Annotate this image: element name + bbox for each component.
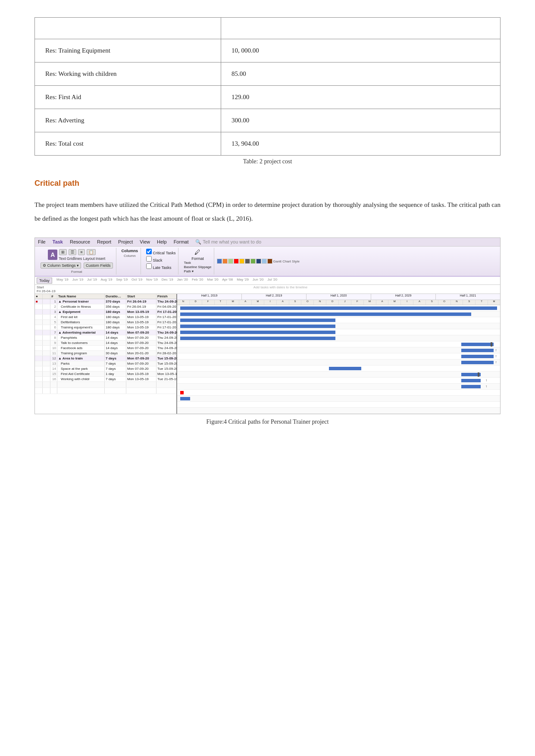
menu-task[interactable]: Task [51,239,64,245]
gantt-month-header: N D F T M A M I A S O N D J F M A M I A [177,300,500,305]
task-row-12: 12 ▲ Area to train 7 days Mon 07-09-20 T… [35,356,176,361]
row-duration: 180 days [105,325,126,330]
swatch-lime [250,259,256,264]
swatch-dark [245,259,250,264]
row-start: Fri 26-04-19 [126,299,156,304]
menu-tell-me[interactable]: 🔍 Tell me what you want to do [194,239,263,245]
menu-view[interactable]: View [138,239,151,245]
ribbon-btn-grid[interactable]: ⊞ [59,249,67,255]
task-table-header: ● # Task Name Duratio… Start Finish [35,294,176,299]
swatch-orange [222,259,228,264]
task-row-16: 16 Working with childr 7 days Mon 13-05-… [35,377,176,382]
ms-menu-bar[interactable]: File Task Resource Report Project View H… [35,238,500,247]
month-s3: S [463,300,476,305]
ms-start-label-bar: StartFri 26-04-19 Add tasks with dates t… [35,285,500,294]
month-t: T [215,300,227,305]
row-start: Mon 20-01-20 [126,351,156,356]
month-j: J [339,300,351,305]
month-n: N [177,300,190,305]
row-duration: 14 days [105,330,126,335]
row-duration: 1 day [105,372,126,376]
slack-checkbox[interactable]: Slack [146,256,175,262]
cost-value-5: 13, 904.00 [221,132,501,156]
half1-2021: Half 1, 2021 [436,294,500,300]
menu-resource[interactable]: Resource [69,239,91,245]
today-button[interactable]: Today [37,278,52,284]
gantt-bar-5 [180,331,335,334]
month-a2: A [277,300,289,305]
menu-report[interactable]: Report [96,239,113,245]
task-row-2: 2 Certificate in fitness 356 days Fri 26… [35,304,176,309]
cost-value-2: 85.00 [221,62,501,86]
menu-help[interactable]: Help [156,239,168,245]
row-indicator [35,304,43,309]
cost-table-wrapper: Res: Training Equipment 10, 000.00 Res: … [34,17,501,165]
gantt-bar-14 [461,385,481,388]
table-row: Res: Adverting 300.00 [35,109,501,132]
ribbon-btn-insert[interactable]: 📋 [87,249,96,255]
menu-file[interactable]: File [37,239,47,245]
swatch-yellow [239,259,244,264]
row-indicator [35,315,43,319]
row-mode [43,315,50,319]
month-f2: F [351,300,364,305]
row-duration: 180 days [105,320,126,325]
row-task-name: First Aid Certificate [57,372,105,376]
col-start: Start [126,294,156,299]
task-row-1: ■ 1 ▲ Personal trainer 370 days Fri 26-0… [35,299,176,304]
row-num: 1 [50,299,57,304]
gantt-bar-2 [180,312,471,316]
row-start: Mon 07-09-20 [126,356,156,361]
ms-today-bar: Today May '19 Jun '19 Jul '19 Aug '19 Se… [35,277,500,285]
gantt-bar-6 [180,337,335,340]
month-a4: A [413,300,426,305]
row-task-name: ▲ Personal trainer [57,299,105,304]
row-indicator: ■ [35,299,43,304]
cost-value-4: 300.00 [221,109,501,132]
row-indicator [35,356,43,361]
ribbon-btn-list[interactable]: ☰ [69,249,76,255]
cost-value-3: 129.00 [221,86,501,109]
ribbon-label-insert: Insert [96,256,106,261]
column-settings-btn[interactable]: ⚙ Column Settings ▾ [41,262,81,269]
gantt-row-11 [177,366,500,372]
gantt-row-1 [177,305,500,311]
gantt-row-3 [177,317,500,323]
month-m3: M [364,300,376,305]
task-row-empty-2 [35,388,176,394]
row-num: 10 [50,346,57,350]
row-start: Mon 13-05-19 [126,372,156,376]
row-task-name: Defibrillators [57,320,105,325]
row-num: 4 [50,315,57,319]
col-mode [43,294,50,299]
row-task-name: ▲ Area to train [57,356,105,361]
ribbon-btn-align[interactable]: ≡ [78,249,84,255]
ribbon-column-settings: ⚙ Column Settings ▾ Custom Fields [40,262,113,269]
ms-task-table: ● # Task Name Duratio… Start Finish ■ 1 … [35,294,177,414]
month-i: I [264,300,277,305]
row-duration: 356 days [105,304,126,309]
half1-2019: Half 1, 2019 [177,294,242,300]
critical-tasks-checkbox[interactable]: Critical Tasks [146,249,175,255]
row-start: Mon 13-05-19 [126,320,156,325]
task-row-6: 6 Training equipment's 180 days Mon 13-0… [35,325,176,330]
row-indicator [35,335,43,340]
ribbon-color-swatches: Gantt Chart Style [217,248,299,275]
row-task-name: Certificate in fitness [57,304,105,309]
row-mode [43,330,50,335]
custom-fields-btn[interactable]: Custom Fields [84,262,113,269]
month-s1: S [289,300,302,305]
gantt-rows-container: ↑ ↑ ↑ [177,305,500,414]
menu-format[interactable]: Format [172,239,190,245]
row-num: 15 [50,372,57,376]
ribbon-columns-label: Columns [122,249,138,253]
format-label: Format [191,256,204,261]
task-row-14: 14 Space at the park 7 days Mon 07-09-20… [35,366,176,372]
row-start: Mon 13-05-19 [126,377,156,381]
row-duration: 370 days [105,299,126,304]
late-tasks-checkbox[interactable]: Late Tasks [146,263,175,270]
section-title: Critical path [34,179,501,188]
gantt-diamond-12 [478,372,479,377]
gantt-row-4 [177,323,500,329]
menu-project[interactable]: Project [117,239,134,245]
